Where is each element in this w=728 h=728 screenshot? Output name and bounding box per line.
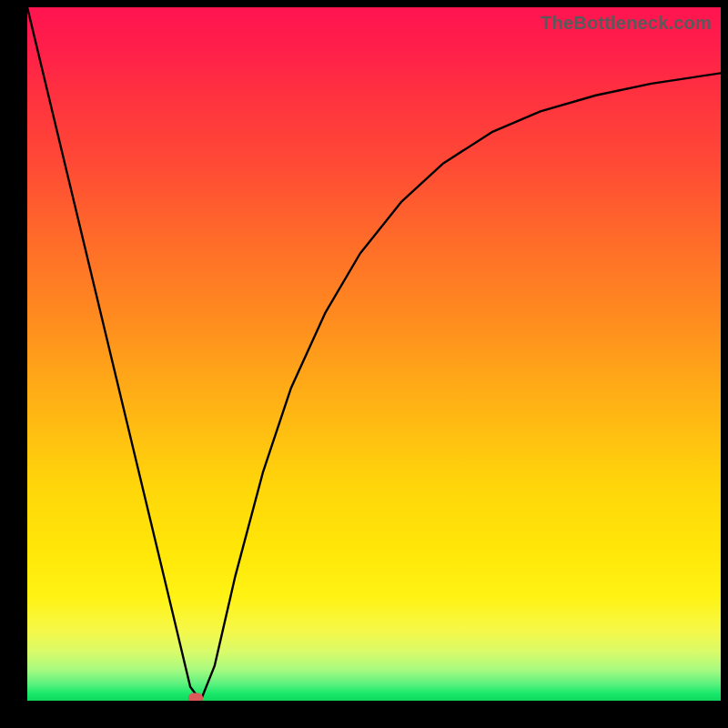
bottleneck-curve <box>27 7 721 701</box>
chart-frame: TheBottleneck.com <box>0 0 728 728</box>
plot-area: TheBottleneck.com <box>27 7 721 701</box>
watermark-text: TheBottleneck.com <box>541 13 712 34</box>
optimum-marker <box>188 693 203 701</box>
